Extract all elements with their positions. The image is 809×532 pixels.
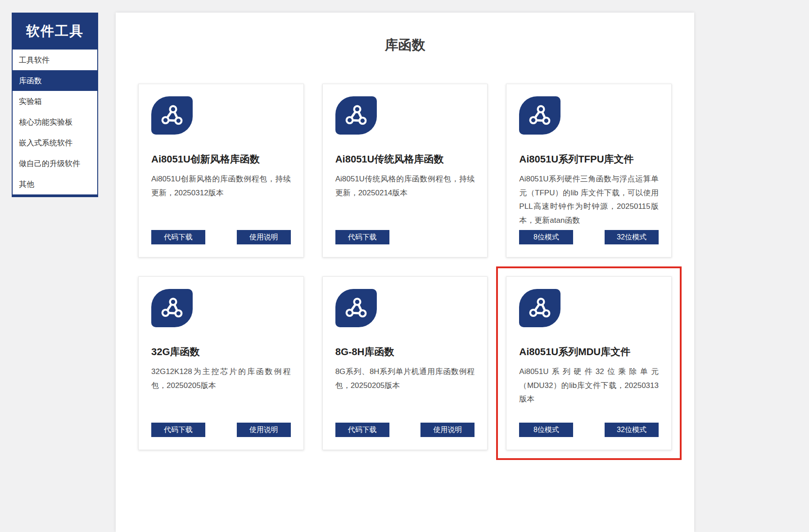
sidebar-item-label: 库函数 <box>19 76 42 86</box>
card-title: Ai8051U创新风格库函数 <box>151 153 291 166</box>
card-description: 32G12K128为主控芯片的库函数例程包，20250205版本 <box>151 365 291 392</box>
card-button-[interactable]: 代码下载 <box>335 423 389 437</box>
sidebar-title: 软件工具 <box>12 13 98 50</box>
sidebar-item-0[interactable]: 工具软件 <box>13 50 97 70</box>
sidebar-item-label: 嵌入式系统软件 <box>19 138 72 148</box>
card-button-[interactable]: 使用说明 <box>237 423 291 437</box>
card-button-[interactable]: 代码下载 <box>151 423 205 437</box>
sidebar-item-label: 实验箱 <box>19 96 42 107</box>
card-description: 8G系列、8H系列单片机通用库函数例程包，20250205版本 <box>335 365 475 392</box>
network-triangle-icon <box>151 96 193 135</box>
sidebar-item-3[interactable]: 核心功能实验板 <box>13 112 97 132</box>
card-description: Ai8051U创新风格的库函数例程包，持续更新，20250312版本 <box>151 172 291 200</box>
library-card-4: 8G-8H库函数 8G系列、8H系列单片机通用库函数例程包，20250205版本… <box>322 276 488 450</box>
card-title: Ai8051U系列TFPU库文件 <box>519 153 659 166</box>
card-button-32[interactable]: 32位模式 <box>605 423 659 437</box>
sidebar-item-label: 做自己的升级软件 <box>19 158 80 169</box>
sidebar-item-5[interactable]: 做自己的升级软件 <box>13 153 97 174</box>
network-triangle-icon <box>519 96 560 135</box>
card-description: Ai8051U系列硬件三角函数与浮点运算单元（TFPU）的lib 库文件下载，可… <box>519 172 659 227</box>
sidebar-item-2[interactable]: 实验箱 <box>13 91 97 112</box>
sidebar-item-4[interactable]: 嵌入式系统软件 <box>13 132 97 153</box>
card-description: Ai8051U传统风格的库函数例程包，持续更新，20250214版本 <box>335 172 475 200</box>
card-button-8[interactable]: 8位模式 <box>519 230 573 244</box>
card-grid: Ai8051U创新风格库函数 Ai8051U创新风格的库函数例程包，持续更新，2… <box>116 84 694 450</box>
card-description: Ai8051U系列硬件32位乘除单元（MDU32）的lib库文件下载，20250… <box>519 365 659 406</box>
sidebar-menu: 工具软件 库函数 实验箱 核心功能实验板 嵌入式系统软件 做自己的升级软件 其他 <box>12 50 98 197</box>
card-button-[interactable]: 代码下载 <box>151 230 205 244</box>
sidebar-item-1[interactable]: 库函数 <box>13 70 97 91</box>
network-triangle-icon <box>519 289 560 327</box>
card-title: Ai8051U传统风格库函数 <box>335 153 475 166</box>
card-title: 32G库函数 <box>151 345 291 359</box>
main-panel: 库函数 Ai8051U创新风格库函数 Ai8051U创新风格的库函数例程包，持续… <box>116 13 694 532</box>
card-button-8[interactable]: 8位模式 <box>519 423 573 437</box>
sidebar-item-label: 核心功能实验板 <box>19 117 72 127</box>
card-buttons: 8位模式32位模式 <box>519 230 659 244</box>
library-card-0: Ai8051U创新风格库函数 Ai8051U创新风格的库函数例程包，持续更新，2… <box>138 84 304 257</box>
card-buttons: 代码下载使用说明 <box>151 423 291 437</box>
library-card-2: Ai8051U系列TFPU库文件 Ai8051U系列硬件三角函数与浮点运算单元（… <box>506 84 672 257</box>
card-buttons: 代码下载使用说明 <box>151 230 291 244</box>
card-button-32[interactable]: 32位模式 <box>605 230 659 244</box>
card-button-[interactable]: 代码下载 <box>335 230 389 244</box>
card-buttons: 8位模式32位模式 <box>519 423 659 437</box>
sidebar: 软件工具 工具软件 库函数 实验箱 核心功能实验板 嵌入式系统软件 做自己的升级… <box>12 13 98 197</box>
card-buttons: 代码下载 <box>335 230 475 244</box>
sidebar-item-label: 工具软件 <box>19 55 50 65</box>
network-triangle-icon <box>335 96 377 135</box>
card-title: 8G-8H库函数 <box>335 345 475 359</box>
network-triangle-icon <box>151 289 193 327</box>
card-button-[interactable]: 使用说明 <box>420 423 475 437</box>
sidebar-item-label: 其他 <box>19 179 34 189</box>
card-buttons: 代码下载使用说明 <box>335 423 475 437</box>
card-title: Ai8051U系列MDU库文件 <box>519 345 659 359</box>
library-card-3: 32G库函数 32G12K128为主控芯片的库函数例程包，20250205版本 … <box>138 276 304 450</box>
library-card-1: Ai8051U传统风格库函数 Ai8051U传统风格的库函数例程包，持续更新，2… <box>322 84 488 257</box>
card-button-[interactable]: 使用说明 <box>237 230 291 244</box>
network-triangle-icon <box>335 289 377 327</box>
sidebar-item-6[interactable]: 其他 <box>13 174 97 194</box>
library-card-5: Ai8051U系列MDU库文件 Ai8051U系列硬件32位乘除单元（MDU32… <box>506 276 672 450</box>
page-title: 库函数 <box>116 13 694 53</box>
